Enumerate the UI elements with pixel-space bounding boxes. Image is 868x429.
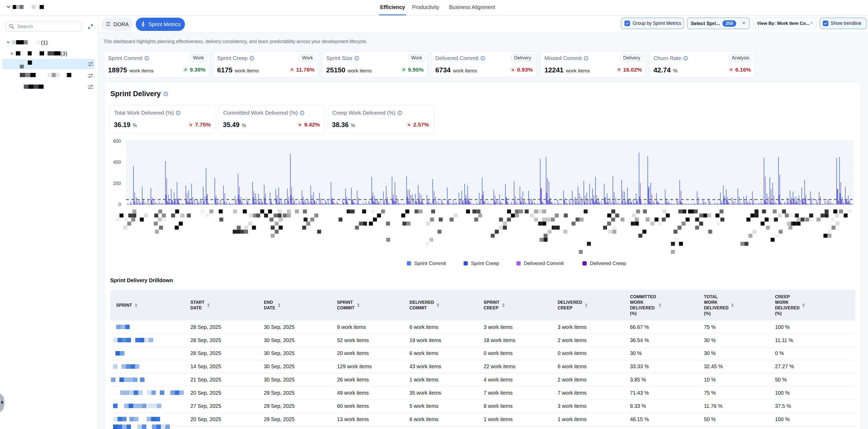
svg-text:600: 600 xyxy=(113,139,121,144)
svg-text:0: 0 xyxy=(118,202,121,207)
svg-text:200: 200 xyxy=(113,181,121,186)
svg-text:400: 400 xyxy=(113,159,121,165)
